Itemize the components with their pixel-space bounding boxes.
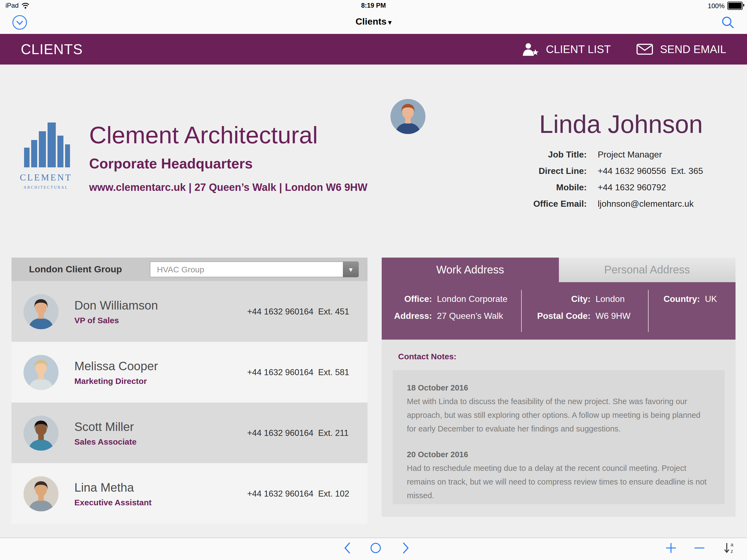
address-tabs: Work Address Personal Address	[382, 258, 736, 282]
company-web-address: www.clementarc.uk | 27 Queen’s Walk | Lo…	[89, 182, 367, 194]
next-record-icon[interactable]	[402, 541, 410, 557]
page-title: CLIENTS	[21, 41, 83, 58]
clock: 8:19 PM	[0, 2, 747, 9]
dropdown-value[interactable]: HVAC Group	[150, 261, 343, 277]
layout-picker[interactable]: Clients▾	[0, 17, 747, 27]
send-email-label: SEND EMAIL	[660, 43, 726, 55]
svg-text:z: z	[730, 549, 733, 554]
company-subtitle: Corporate Headquarters	[89, 155, 253, 172]
client-avatar	[24, 415, 58, 450]
note-date: 18 October 2016	[407, 383, 711, 392]
address-label: Address:	[382, 311, 432, 321]
postal-code-value[interactable]: W6 9HW	[595, 311, 630, 321]
client-list-label: CLIENT LIST	[546, 43, 611, 55]
filemaker-clients-app: iPad 8:19 PM 100% Clients▾	[0, 0, 747, 560]
logo-wordmark: CLEMENT	[20, 173, 72, 182]
client-row-melissa-cooper[interactable]: Melissa Cooper Marketing Director +44 16…	[11, 342, 367, 403]
new-record-icon[interactable]	[665, 542, 677, 556]
client-job-title: Marketing Director	[74, 376, 158, 385]
address-value[interactable]: 27 Queen’s Walk	[437, 311, 503, 321]
client-avatar	[24, 355, 58, 390]
client-group-title: London Client Group	[29, 264, 122, 275]
client-group-dropdown[interactable]: HVAC Group ▼	[150, 261, 359, 277]
address-panel: Work Address Personal Address Office: Lo…	[382, 258, 736, 517]
send-email-button[interactable]: SEND EMAIL	[636, 42, 726, 56]
contact-photo	[390, 99, 426, 134]
nav-bar: Clients▾	[0, 11, 747, 34]
contact-field-row: Office Email: ljohnson@clementarc.uk	[492, 196, 703, 212]
divider	[648, 290, 649, 332]
search-icon[interactable]	[721, 15, 735, 29]
direct-line-value[interactable]: +44 1632 960556 Ext. 365	[598, 166, 703, 176]
client-job-title: Sales Associate	[74, 437, 136, 446]
client-phone: +44 1632 960164 Ext. 581	[247, 367, 349, 377]
client-list-header: London Client Group HVAC Group ▼	[11, 258, 367, 281]
client-name: Melissa Cooper	[74, 359, 158, 373]
bottom-toolbar: a z	[0, 538, 747, 560]
contact-notes-section: Contact Notes: 18 October 2016 Met with …	[382, 339, 736, 517]
office-email-value[interactable]: ljohnson@clementarc.uk	[598, 199, 694, 209]
client-avatar	[24, 294, 58, 329]
office-email-label: Office Email:	[492, 199, 587, 209]
company-logo: CLEMENT ARCHITECTURAL	[20, 123, 72, 193]
client-list-person-star-icon	[522, 42, 539, 56]
note-entry: 20 October 2016 Had to reschedule meetin…	[407, 450, 711, 503]
current-record-icon[interactable]	[370, 542, 382, 556]
client-row-scott-miller[interactable]: Scott Miller Sales Associate +44 1632 96…	[11, 403, 367, 463]
note-entry: 18 October 2016 Met with Linda to discus…	[407, 383, 711, 436]
clients-header-banner: CLIENTS CLIENT LIST SEND EMAIL	[0, 34, 747, 65]
battery-percent: 100%	[708, 2, 725, 9]
contact-notes-field[interactable]: 18 October 2016 Met with Linda to discus…	[393, 370, 725, 504]
contact-fields: Job Title: Project Manager Direct Line: …	[492, 147, 703, 212]
client-list-button[interactable]: CLIENT LIST	[522, 42, 611, 56]
status-bar: iPad 8:19 PM 100%	[0, 0, 747, 11]
city-value[interactable]: London	[595, 294, 625, 304]
direct-line-label: Direct Line:	[492, 166, 587, 176]
tab-work-address[interactable]: Work Address	[382, 258, 559, 282]
client-phone: +44 1632 960164 Ext. 102	[247, 489, 349, 499]
postal-code-label: Postal Code:	[521, 311, 591, 321]
svg-text:a: a	[730, 542, 733, 548]
client-row-don-williamson[interactable]: Don Williamson VP of Sales +44 1632 9601…	[11, 281, 367, 342]
sort-az-icon[interactable]: a z	[723, 541, 736, 557]
contact-field-row: Mobile: +44 1632 960792	[492, 179, 703, 196]
contact-name: Linda Johnson	[539, 109, 703, 139]
country-value[interactable]: UK	[705, 294, 717, 304]
job-title-value[interactable]: Project Manager	[598, 150, 662, 160]
mobile-value[interactable]: +44 1632 960792	[598, 183, 666, 193]
country-label: Country:	[648, 294, 700, 304]
client-list-panel: London Client Group HVAC Group ▼ Don Wil…	[11, 258, 367, 524]
note-text: Met with Linda to discuss the feasibilit…	[407, 395, 711, 436]
client-job-title: Executive Assistant	[74, 498, 152, 507]
logo-subtext: ARCHITECTURAL	[24, 185, 68, 189]
envelope-icon	[636, 43, 653, 56]
dropdown-arrow-icon[interactable]: ▼	[343, 261, 359, 277]
office-value[interactable]: London Corporate	[437, 294, 508, 304]
work-address-band: Office: London Corporate Address: 27 Que…	[382, 282, 736, 339]
client-name: Don Williamson	[74, 298, 158, 312]
mobile-label: Mobile:	[492, 183, 587, 193]
contact-notes-label: Contact Notes:	[398, 352, 456, 361]
client-phone: +44 1632 960164 Ext. 451	[247, 307, 349, 316]
delete-record-icon[interactable]	[693, 542, 705, 556]
client-avatar	[24, 476, 58, 511]
chevron-down-icon: ▾	[388, 19, 391, 26]
divider	[521, 290, 522, 332]
client-name: Scott Miller	[74, 420, 136, 434]
tab-personal-address[interactable]: Personal Address	[559, 258, 736, 282]
battery-icon	[727, 2, 743, 10]
previous-record-icon[interactable]	[343, 541, 352, 557]
client-row-lina-metha[interactable]: Lina Metha Executive Assistant +44 1632 …	[11, 463, 367, 524]
office-label: Office:	[382, 294, 432, 304]
note-date: 20 October 2016	[407, 450, 711, 459]
client-job-title: VP of Sales	[74, 315, 158, 325]
job-title-label: Job Title:	[492, 150, 587, 160]
contact-field-row: Job Title: Project Manager	[492, 147, 703, 163]
client-name: Lina Metha	[74, 480, 152, 495]
city-label: City:	[521, 294, 591, 304]
company-name: Clement Architectural	[89, 121, 318, 149]
client-phone: +44 1632 960164 Ext. 211	[247, 428, 349, 438]
note-text: Had to reschedule meeting due to a delay…	[407, 462, 711, 503]
contact-field-row: Direct Line: +44 1632 960556 Ext. 365	[492, 163, 703, 179]
